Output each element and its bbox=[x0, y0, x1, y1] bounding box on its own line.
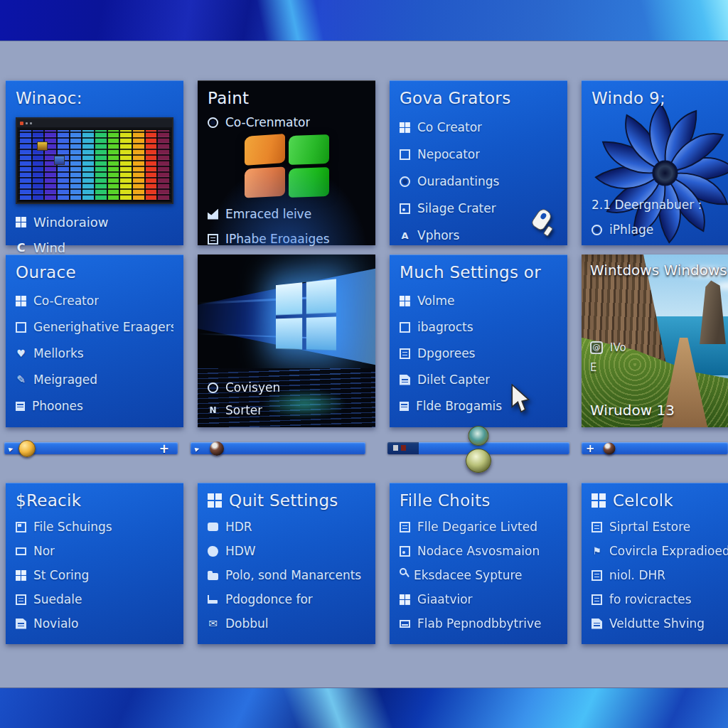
list-item[interactable]: Windoraiow bbox=[16, 215, 173, 230]
list-item[interactable]: Co Creator bbox=[400, 120, 557, 134]
item-label: Co-Creator bbox=[33, 294, 99, 308]
list-item[interactable]: Wind bbox=[16, 240, 173, 255]
card-fille-choits[interactable]: Fille Choits Flle Degarice LivtedNodace … bbox=[390, 483, 567, 644]
item-label: Siprtal Estore bbox=[609, 520, 690, 534]
list-item[interactable]: niol. DHR bbox=[592, 568, 728, 582]
list-item[interactable]: Veldutte Shving bbox=[592, 616, 728, 631]
card-paint[interactable]: Paint Co-Crenmator Emraced leiveIPhabe E… bbox=[198, 80, 375, 245]
item-label: Polo, sond Manarcents bbox=[225, 568, 361, 582]
card-quit-settings[interactable]: Quit Settings HDRHDWPolo, sond Manarcent… bbox=[198, 483, 375, 644]
list-item[interactable]: Siprtal Estore bbox=[592, 520, 728, 534]
doc-lines-icon bbox=[592, 570, 602, 581]
card-much-settings[interactable]: Much Settings or VolmeibagroctsDpgoreesD… bbox=[390, 255, 567, 427]
card-gova-grators[interactable]: Gova Grators Co CreatorNepocatorOuradant… bbox=[390, 80, 567, 245]
flag-box-icon bbox=[16, 522, 26, 532]
item-label: Nodace Asvosmaion bbox=[417, 544, 540, 558]
list-item[interactable]: Volme bbox=[400, 294, 557, 308]
list-item[interactable]: Dobbul bbox=[208, 616, 365, 631]
folder-icon bbox=[208, 573, 218, 580]
list-item[interactable]: Flle Degarice Livted bbox=[400, 520, 557, 534]
list-item[interactable]: Novialo bbox=[16, 616, 173, 631]
list-item[interactable]: Covircla Expradioed bbox=[592, 544, 728, 558]
windows-icon bbox=[400, 296, 410, 306]
list-item[interactable]: Pdogdonce for bbox=[208, 592, 365, 606]
pen-icon bbox=[16, 375, 26, 385]
item-label: Silage Crater bbox=[417, 201, 496, 215]
slider-2[interactable]: ▸ bbox=[191, 442, 365, 454]
list-item[interactable]: fo rovicractes bbox=[592, 592, 728, 606]
list-item[interactable]: Flab Pepnodbbytrive bbox=[400, 616, 557, 631]
windows-icon bbox=[400, 122, 410, 133]
item-label: Eksdacee Sypture bbox=[414, 568, 522, 582]
card-celcolk[interactable]: Celcolk Siprtal EstoreCovircla Expradioe… bbox=[582, 483, 728, 644]
image-icon bbox=[400, 203, 410, 214]
card-reacik[interactable]: $Reacik File SchuingsNorSt CoringSuedale… bbox=[6, 483, 183, 644]
list-item[interactable]: ibagrocts bbox=[400, 320, 557, 334]
slider-1[interactable]: ▸ + bbox=[4, 442, 178, 454]
list-item[interactable]: Co-Creator bbox=[16, 294, 173, 308]
card-winaoc[interactable]: Winaoc: WindoraiowWind bbox=[6, 80, 183, 245]
slider-knob[interactable] bbox=[18, 440, 36, 457]
list-item[interactable]: Emraced leive bbox=[208, 207, 365, 221]
list-item[interactable]: Meigraged bbox=[16, 373, 173, 387]
list-item[interactable]: Co-Crenmator bbox=[208, 115, 365, 129]
doc-icon bbox=[592, 619, 602, 629]
card-icon bbox=[400, 620, 410, 628]
list-item[interactable]: Polo, sond Manarcents bbox=[208, 568, 365, 582]
list-item[interactable]: HDW bbox=[208, 544, 365, 558]
slider-knob-secondary[interactable] bbox=[469, 426, 489, 446]
doc-lines-icon bbox=[592, 594, 602, 605]
list-item[interactable]: IVo bbox=[590, 341, 626, 354]
slider-4[interactable]: + bbox=[582, 442, 728, 454]
list-item[interactable]: iPhlage bbox=[592, 223, 702, 237]
list-item[interactable]: Dilet Capter bbox=[400, 373, 557, 387]
card-title-row: Quit Settings bbox=[208, 491, 365, 510]
windows-icon bbox=[592, 493, 606, 508]
list-item[interactable]: Nepocator bbox=[400, 147, 557, 161]
list-item[interactable]: Ouradantings bbox=[400, 174, 557, 188]
list-item[interactable]: Covisyen bbox=[208, 380, 280, 395]
list-item[interactable]: Generighative Eraagers bbox=[16, 320, 173, 334]
list-item[interactable]: Sorter bbox=[208, 403, 280, 417]
list-item[interactable]: Flde Brogamis bbox=[400, 399, 557, 413]
item-label: Flle Degarice Livted bbox=[417, 520, 537, 534]
list-item[interactable]: St Coring bbox=[16, 568, 173, 582]
slider-knob[interactable] bbox=[604, 442, 616, 454]
list-item[interactable]: 2.1 Deergnabuer : bbox=[592, 198, 702, 212]
list-item[interactable]: Suedale bbox=[16, 592, 173, 606]
windows-icon bbox=[400, 594, 410, 605]
bed-icon bbox=[208, 594, 218, 605]
card-windo9[interactable]: Windo 9; 2.1 Deergnabuer :iPhlage bbox=[582, 80, 728, 245]
list-item[interactable]: Nor bbox=[16, 544, 173, 558]
item-label: Flde Brogamis bbox=[416, 399, 502, 413]
list-item[interactable]: File Schuings bbox=[16, 520, 173, 534]
square-icon bbox=[400, 149, 410, 160]
list-item[interactable]: Dpgorees bbox=[400, 346, 557, 360]
card-title: Wintdows Windows bbox=[590, 262, 727, 279]
plus-icon: + bbox=[159, 442, 169, 454]
gray-dot-icon bbox=[30, 122, 32, 124]
list-item[interactable]: Nodace Asvosmaion bbox=[400, 544, 557, 558]
card-win10-wallpaper[interactable]: CovisyenSorter bbox=[198, 255, 375, 427]
item-label: Flab Pepnodbbytrive bbox=[417, 616, 542, 631]
doc-small-icon bbox=[16, 402, 25, 411]
list-item[interactable]: Mellorks bbox=[16, 346, 173, 360]
slider-knob[interactable] bbox=[466, 449, 491, 473]
list-item[interactable]: HDR bbox=[208, 520, 365, 534]
doc-icon bbox=[16, 619, 26, 629]
card-title: Quit Settings bbox=[229, 491, 338, 510]
gray-dot-icon bbox=[26, 122, 28, 124]
list-item[interactable]: Vphors bbox=[400, 228, 557, 242]
heart-icon bbox=[16, 348, 26, 359]
metallic-top-band bbox=[0, 0, 728, 41]
list-item[interactable]: Eksdacee Sypture bbox=[400, 568, 557, 582]
list-item[interactable]: IPhabe Eroaaiges bbox=[208, 232, 365, 246]
list-item[interactable]: Silage Crater bbox=[400, 201, 557, 215]
slider-3[interactable] bbox=[387, 442, 569, 454]
slider-knob[interactable] bbox=[210, 441, 224, 456]
card-ourace[interactable]: Ourace Co-CreatorGenerighative EraagersM… bbox=[6, 255, 183, 427]
list-item[interactable]: E bbox=[590, 361, 626, 374]
list-item[interactable]: Giaatvior bbox=[400, 592, 557, 606]
card-coast[interactable]: Wintdows Windows IVoE Wirudow 13 bbox=[582, 255, 728, 427]
list-item[interactable]: Phoones bbox=[16, 399, 173, 413]
